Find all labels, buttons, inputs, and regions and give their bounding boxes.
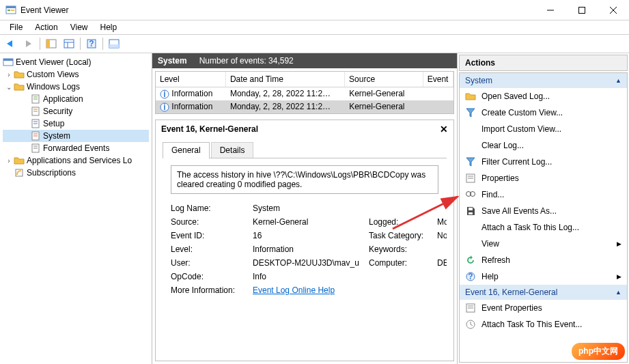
col-event[interactable]: Event — [423, 72, 453, 87]
value-source: Kernel-General — [253, 217, 369, 227]
menu-help[interactable]: Help — [95, 21, 123, 33]
refresh-icon — [465, 255, 476, 266]
menu-file[interactable]: File — [4, 21, 28, 33]
log-icon — [30, 143, 41, 154]
action-clear-log[interactable]: Clear Log... — [460, 137, 627, 154]
detail-title: Event 16, Kernel-General — [161, 124, 440, 134]
col-level[interactable]: Level — [156, 72, 226, 87]
action-event-properties[interactable]: Event Properties — [460, 300, 627, 316]
info-icon: i — [160, 102, 169, 112]
tree-label: Application — [43, 94, 83, 104]
svg-marker-8 — [7, 40, 12, 47]
tree-apps-services[interactable]: › Applications and Services Lo — [3, 154, 149, 167]
folder-icon — [14, 155, 25, 166]
tab-details[interactable]: Details — [211, 142, 254, 158]
expand-icon[interactable]: › — [4, 71, 14, 79]
menu-action[interactable]: Action — [29, 21, 63, 33]
value-opcode: Info — [253, 272, 369, 281]
tree-log-security[interactable]: Security — [3, 105, 149, 117]
back-button[interactable] — [3, 36, 19, 51]
action-attach-task[interactable]: Attach a Task To this Log... — [460, 219, 627, 236]
tree-log-system[interactable]: System — [3, 130, 149, 142]
properties-button[interactable] — [61, 36, 77, 51]
action-import-custom-view[interactable]: Import Custom View... — [460, 121, 627, 137]
actions-group-event[interactable]: Event 16, Kernel-General ▲ — [460, 285, 627, 300]
event-list[interactable]: Level Date and Time Source Event i Infor… — [155, 71, 454, 114]
tab-general[interactable]: General — [163, 142, 210, 158]
label-keywords: Keywords: — [369, 244, 437, 254]
menu-view[interactable]: View — [65, 21, 94, 33]
maximize-button[interactable] — [566, 0, 598, 20]
link-eventlog-help[interactable]: Event Log Online Help — [253, 285, 335, 295]
action-view[interactable]: View▶ — [460, 236, 627, 252]
tree-root-label: Event Viewer (Local) — [16, 57, 92, 67]
label-level: Level: — [171, 244, 253, 254]
toolbar-separator — [80, 38, 81, 50]
titlebar: Event Viewer — [0, 0, 629, 20]
filter-new-icon — [465, 107, 476, 118]
action-attach-task-event[interactable]: Attach Task To This Event... — [460, 316, 627, 333]
view-icon — [465, 238, 476, 249]
event-detail: Event 16, Kernel-General ✕ General Detai… — [155, 120, 454, 361]
center-header: System Number of events: 34,592 — [152, 53, 457, 68]
properties-icon — [465, 303, 476, 313]
svg-rect-2 — [8, 10, 10, 11]
action-filter-log[interactable]: Filter Current Log... — [460, 154, 627, 170]
col-source[interactable]: Source — [345, 72, 423, 87]
tree-log-application[interactable]: Application — [3, 93, 149, 105]
tree-log-forwarded[interactable]: Forwarded Events — [3, 142, 149, 154]
tree-log-setup[interactable]: Setup — [3, 117, 149, 130]
level-text: Information — [171, 89, 212, 98]
value-user: DESKTOP-M2UUJ3D\mav_u — [253, 258, 369, 268]
forward-button[interactable] — [20, 36, 37, 51]
action-open-saved-log[interactable]: Open Saved Log... — [460, 88, 627, 104]
show-hide-tree-button[interactable] — [43, 36, 59, 51]
label-taskcat: Task Category: — [369, 231, 437, 240]
value-logged: Mond — [437, 217, 447, 227]
help-button[interactable]: ? — [83, 36, 100, 51]
action-help[interactable]: ?Help▶ — [460, 268, 627, 285]
actions-title: Actions — [459, 55, 628, 71]
tree-windows-logs[interactable]: ⌄ Windows Logs — [3, 81, 149, 93]
svg-text:i: i — [163, 89, 165, 99]
action-save-all-events[interactable]: Save All Events As... — [460, 203, 627, 219]
subscriptions-icon — [14, 167, 25, 178]
svg-text:?: ? — [89, 39, 94, 48]
action-refresh[interactable]: Refresh — [460, 252, 627, 268]
tree-root[interactable]: Event Viewer (Local) — [3, 56, 149, 68]
submenu-arrow-icon: ▶ — [617, 240, 621, 247]
attach-task-icon — [465, 222, 476, 233]
svg-rect-48 — [469, 212, 473, 214]
toolbar-separator — [40, 38, 40, 50]
value-level: Information — [253, 244, 369, 254]
date-text: Monday, 2, 28, 2022 11:2… — [226, 87, 345, 100]
clear-icon — [465, 140, 476, 151]
preview-pane-button[interactable] — [106, 36, 122, 51]
col-date[interactable]: Date and Time — [226, 72, 345, 87]
expand-icon[interactable]: › — [4, 157, 14, 165]
close-button[interactable] — [598, 0, 629, 20]
detail-tabs: General Details — [156, 138, 453, 158]
action-create-custom-view[interactable]: Create Custom View... — [460, 104, 627, 121]
actions-group-system[interactable]: System ▲ — [460, 73, 627, 88]
window-title: Event Viewer — [20, 5, 535, 15]
folder-open-icon — [465, 91, 476, 102]
action-find[interactable]: Find... — [460, 186, 627, 203]
tree-custom-views[interactable]: › Custom Views — [3, 68, 149, 81]
svg-text:i: i — [163, 102, 165, 112]
minimize-button[interactable] — [535, 0, 566, 20]
list-row[interactable]: i Information Monday, 2, 28, 2022 11:2… … — [156, 87, 453, 100]
submenu-arrow-icon: ▶ — [617, 273, 621, 280]
tree-label: Forwarded Events — [43, 143, 109, 153]
list-row[interactable]: i Information Monday, 2, 28, 2022 11:2… … — [156, 100, 453, 113]
label-user: User: — [171, 258, 253, 268]
detail-close-button[interactable]: ✕ — [440, 124, 448, 135]
action-properties[interactable]: Properties — [460, 170, 627, 186]
tree-subscriptions[interactable]: Subscriptions — [3, 167, 149, 179]
svg-rect-11 — [46, 40, 50, 48]
svg-rect-47 — [469, 208, 473, 210]
svg-rect-5 — [579, 7, 585, 13]
collapse-icon[interactable]: ⌄ — [4, 83, 14, 91]
tree-label: Security — [43, 107, 72, 116]
app-icon — [5, 5, 16, 16]
